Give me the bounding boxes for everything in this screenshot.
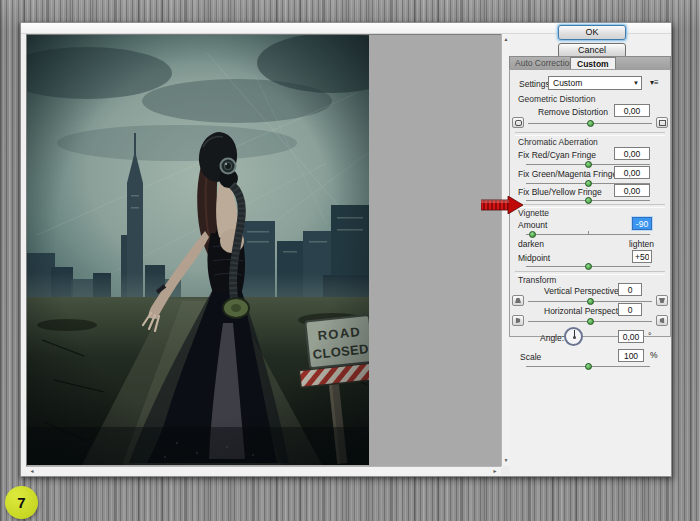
darken-label: darken [518, 239, 544, 249]
scale-label: Scale [520, 352, 541, 362]
angle-unit: ° [648, 330, 651, 343]
pincushion-distortion-icon [656, 117, 668, 128]
scale-slider[interactable] [526, 362, 650, 370]
horizontal-perspective-field[interactable] [618, 303, 642, 316]
geometric-distortion-title: Geometric Distortion [518, 94, 595, 104]
scroll-down-icon[interactable]: ▼ [502, 457, 510, 464]
vertical-perspective-left-icon [512, 295, 524, 306]
vignette-amount-label: Amount [518, 220, 547, 230]
horizontal-perspective-right-icon [656, 315, 668, 326]
remove-distortion-slider[interactable] [528, 119, 652, 127]
step-number-badge: 7 [5, 486, 38, 519]
angle-label: Angle: [540, 333, 564, 343]
ok-button[interactable]: OK [558, 25, 626, 40]
scale-unit: % [650, 349, 658, 362]
custom-tab-panel: Settings: Custom ▼ ▾≡ Geometric Distorti… [509, 69, 671, 337]
settings-menu-icon[interactable]: ▾≡ [650, 79, 659, 87]
red-cyan-label: Fix Red/Cyan Fringe [518, 150, 596, 160]
preview-image[interactable]: ROAD CLOSED [27, 35, 369, 465]
chromatic-aberration-title: Chromatic Aberration [518, 137, 598, 147]
scroll-right-icon[interactable]: ► [491, 468, 499, 475]
scrollbar-corner [501, 466, 510, 475]
midpoint-slider-handle[interactable] [585, 263, 592, 270]
horizontal-perspective-label: Horizontal Perspective [544, 306, 629, 316]
scroll-up-icon[interactable]: ▲ [502, 36, 510, 43]
desktop-background: ROAD CLOSED [0, 0, 700, 521]
transform-title: Transform [518, 275, 556, 285]
green-magenta-field[interactable] [614, 166, 650, 179]
red-cyan-field[interactable] [614, 147, 650, 160]
angle-field[interactable] [618, 330, 644, 343]
angle-dial[interactable] [564, 327, 583, 346]
blue-yellow-slider[interactable] [526, 196, 650, 204]
chevron-down-icon: ▼ [633, 80, 639, 86]
vertical-perspective-label: Vertical Perspective [544, 286, 619, 296]
remove-distortion-label: Remove Distortion [538, 107, 608, 117]
annotation-arrow-icon [481, 196, 523, 218]
vertical-perspective-right-icon [656, 295, 668, 306]
horizontal-perspective-left-icon [512, 315, 524, 326]
vignette-amount-slider-handle[interactable] [529, 231, 536, 238]
barrel-distortion-icon [512, 117, 524, 128]
blue-yellow-slider-handle[interactable] [585, 197, 592, 204]
scroll-left-icon[interactable]: ◄ [28, 468, 36, 475]
remove-distortion-slider-handle[interactable] [587, 120, 594, 127]
vertical-perspective-field[interactable] [618, 283, 642, 296]
remove-distortion-field[interactable] [614, 104, 650, 117]
scale-field[interactable] [618, 349, 644, 362]
lighten-label: lighten [629, 239, 654, 249]
green-magenta-label: Fix Green/Magenta Fringe [518, 169, 617, 179]
scale-slider-handle[interactable] [585, 363, 592, 370]
green-magenta-slider-handle[interactable] [585, 180, 592, 187]
preview-horizontal-scrollbar[interactable]: ◄ ► [26, 466, 501, 475]
horizontal-perspective-slider[interactable] [528, 317, 652, 325]
photo-vignette [27, 35, 369, 465]
red-cyan-slider-handle[interactable] [585, 161, 592, 168]
vertical-perspective-slider-handle[interactable] [587, 298, 594, 305]
settings-dropdown[interactable]: Custom ▼ [548, 76, 642, 90]
tab-auto-correction[interactable]: Auto Correction [515, 58, 574, 69]
lens-correction-dialog: ROAD CLOSED [20, 22, 672, 477]
preview-area: ROAD CLOSED [26, 34, 501, 466]
tab-bar: Auto Correction Custom [509, 56, 671, 69]
vignette-amount-slider[interactable] [526, 230, 650, 238]
horizontal-perspective-slider-handle[interactable] [587, 318, 594, 325]
vignette-amount-field[interactable] [632, 217, 652, 230]
photo-artwork: ROAD CLOSED [27, 35, 369, 465]
settings-dropdown-value: Custom [553, 78, 582, 89]
section-divider [515, 132, 665, 136]
midpoint-slider[interactable] [526, 262, 650, 270]
